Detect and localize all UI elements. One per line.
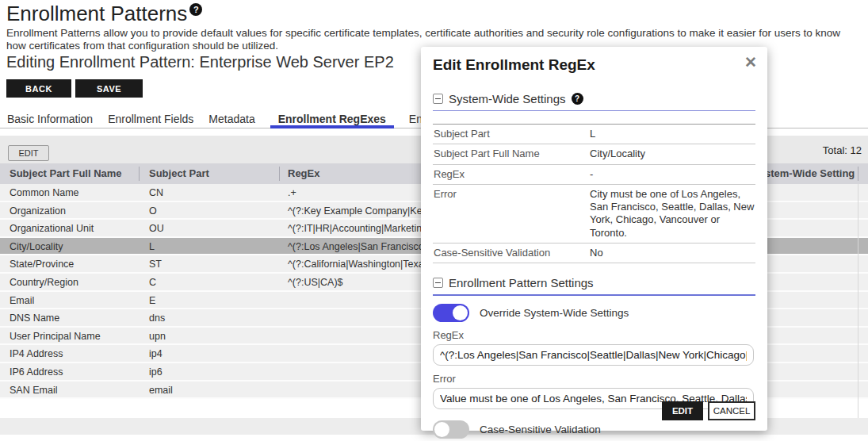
- cell-full-name: Common Name: [10, 184, 79, 202]
- tab-basic-information[interactable]: Basic Information: [7, 109, 93, 128]
- cell-regex: ^(?:California|Washington|Texas.: [288, 255, 431, 274]
- kv-row-case-sensitive: Case-Sensitive Validation No: [433, 244, 755, 263]
- case-sensitive-toggle-row: Case-Sensitive Validation: [433, 420, 755, 439]
- cell-regex: .+: [288, 184, 296, 202]
- save-button[interactable]: SAVE: [75, 79, 143, 98]
- cell-regex: ^(?:Los Angeles|San Francisco|.: [288, 238, 429, 256]
- kv-label: Subject Part Full Name: [433, 148, 590, 160]
- cell-regex: ^(?:Key Example Company|Key: [288, 202, 427, 220]
- kv-row-error: Error City must be one of Los Angeles, S…: [433, 185, 755, 244]
- modal-actions: EDIT CANCEL: [662, 401, 755, 420]
- cell-full-name: IP4 Address: [10, 345, 63, 363]
- cell-subject-part: ip4: [149, 345, 163, 363]
- editing-pattern-heading: Editing Enrollment Pattern: Enterprise W…: [6, 53, 394, 71]
- kv-row-subject-part-full-name: Subject Part Full Name City/Locality: [433, 144, 755, 164]
- help-icon[interactable]: ?: [572, 93, 583, 105]
- case-sensitive-toggle[interactable]: [433, 420, 469, 439]
- tab-metadata[interactable]: Metadata: [208, 109, 254, 128]
- error-field-label: Error: [433, 373, 755, 385]
- cell-full-name: Email: [10, 292, 34, 310]
- column-divider: [279, 167, 280, 181]
- cell-full-name: SAN Email: [10, 382, 57, 400]
- column-divider: [139, 167, 140, 181]
- override-system-wide-toggle[interactable]: [433, 304, 469, 322]
- kv-label: Subject Part: [433, 128, 590, 140]
- system-wide-settings-title: System-Wide Settings: [449, 92, 566, 105]
- cell-subject-part: CN: [149, 184, 163, 202]
- modal-edit-button[interactable]: EDIT: [662, 401, 703, 420]
- kv-value: No: [590, 247, 755, 259]
- cell-full-name: Organization: [10, 202, 66, 220]
- cell-full-name: City/Locality: [10, 238, 63, 256]
- cell-full-name: IP6 Address: [10, 363, 63, 382]
- column-header-regex[interactable]: RegEx: [288, 163, 319, 184]
- cell-full-name: State/Province: [10, 255, 74, 274]
- kv-value: City/Locality: [590, 148, 755, 160]
- kv-row-subject-part: Subject Part L: [433, 125, 755, 144]
- cell-subject-part: L: [149, 238, 155, 256]
- case-sensitive-toggle-label: Case-Sensitive Validation: [480, 424, 601, 435]
- modal-title: Edit Enrollment RegEx: [433, 56, 755, 74]
- cell-subject-part: email: [149, 382, 173, 400]
- override-toggle-label: Override System-Wide Settings: [480, 307, 629, 319]
- cell-subject-part: OU: [149, 220, 164, 238]
- edit-enrollment-regex-modal: Edit Enrollment RegEx ✕ System-Wide Sett…: [421, 47, 767, 431]
- override-toggle-row: Override System-Wide Settings: [433, 304, 755, 322]
- column-header-system-wide-setting[interactable]: stem-Wide Setting: [765, 163, 855, 184]
- column-divider: [858, 167, 858, 181]
- kv-value: City must be one of Los Angeles, San Fra…: [590, 188, 755, 240]
- column-header-subject-part[interactable]: Subject Part: [149, 163, 209, 184]
- regex-input[interactable]: [433, 344, 754, 366]
- cell-subject-part: C: [149, 274, 156, 292]
- collapse-icon[interactable]: [433, 278, 443, 288]
- regex-field-label: RegEx: [433, 329, 755, 341]
- kv-value: L: [590, 128, 755, 140]
- enrollment-pattern-settings-title: Enrollment Pattern Settings: [449, 276, 594, 290]
- kv-label: RegEx: [433, 168, 590, 181]
- collapse-icon[interactable]: [433, 94, 443, 104]
- total-count: Total: 12: [823, 144, 862, 156]
- cell-full-name: Organizational Unit: [10, 220, 94, 238]
- page-title: Enrollment Patterns?: [6, 2, 202, 26]
- cell-regex: ^(?:US|CA)$: [288, 274, 343, 292]
- help-icon[interactable]: ?: [189, 3, 202, 16]
- column-divider: [858, 184, 858, 418]
- cell-regex: ^(?:IT|HR|Accounting|Marketing|: [288, 220, 430, 238]
- section-divider: [433, 110, 755, 111]
- cell-subject-part: E: [149, 292, 155, 310]
- close-icon[interactable]: ✕: [744, 55, 757, 70]
- kv-label: Error: [433, 188, 590, 240]
- cell-full-name: DNS Name: [10, 309, 59, 328]
- enrollment-patterns-page: Enrollment Patterns? Enrollment Patterns…: [0, 0, 868, 441]
- page-title-text: Enrollment Patterns: [6, 2, 187, 25]
- cell-subject-part: ip6: [149, 363, 163, 382]
- tab-enrollment-regexes[interactable]: Enrollment RegExes: [270, 109, 394, 128]
- cell-full-name: Country/Region: [10, 274, 78, 292]
- cell-full-name: User Principal Name: [10, 328, 101, 346]
- kv-value: -: [590, 168, 755, 181]
- system-wide-settings-table: Subject Part L Subject Part Full Name Ci…: [433, 124, 755, 263]
- cell-subject-part: O: [149, 202, 157, 220]
- toggle-knob: [453, 305, 468, 320]
- tab-enrollment-fields[interactable]: Enrollment Fields: [108, 109, 193, 128]
- system-wide-settings-header: System-Wide Settings ?: [433, 92, 755, 105]
- cell-subject-part: upn: [149, 328, 166, 346]
- table-edit-button[interactable]: EDIT: [8, 145, 49, 161]
- section-divider: [433, 294, 755, 296]
- column-header-full-name[interactable]: Subject Part Full Name: [10, 163, 122, 184]
- cell-subject-part: dns: [149, 309, 165, 328]
- toggle-knob: [434, 422, 449, 437]
- enrollment-pattern-settings-header: Enrollment Pattern Settings: [433, 276, 755, 290]
- kv-row-regex: RegEx -: [433, 165, 755, 185]
- modal-cancel-button[interactable]: CANCEL: [708, 401, 755, 420]
- back-button[interactable]: BACK: [6, 79, 71, 98]
- cell-subject-part: ST: [149, 255, 162, 274]
- kv-label: Case-Sensitive Validation: [433, 247, 590, 259]
